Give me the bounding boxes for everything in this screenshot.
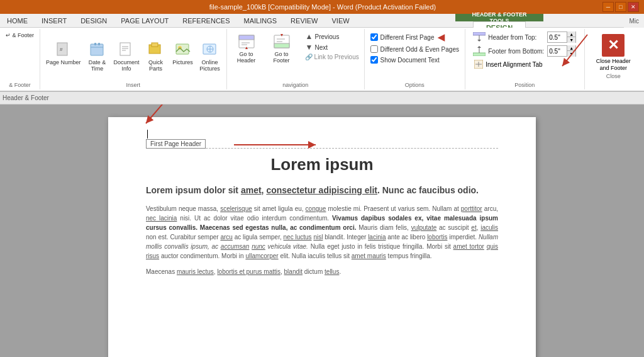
svg-rect-4	[94, 43, 96, 45]
tab-references[interactable]: REFERENCES	[175, 13, 236, 27]
ribbon-group-insert: # Page Number Date &Time DocumentInfo	[40, 29, 227, 89]
quick-parts-button[interactable]: QuickParts	[143, 38, 169, 74]
alignment-tab-icon	[474, 60, 483, 69]
ribbon-group-close: ✕ Close Headerand Footer Close	[585, 29, 642, 89]
ribbon-group-options: Different First Page ◀ Different Odd & E…	[365, 29, 465, 89]
title-bar-controls: ─ □ ✕	[602, 2, 639, 12]
mic-indicator: Mic	[624, 14, 644, 28]
date-time-icon	[87, 40, 108, 60]
tab-mailings[interactable]: MAILINGS	[237, 13, 284, 27]
document-title: Lorem ipsum	[146, 155, 498, 174]
position-controls: Header from Top: ▲ ▼ Footer from Bottom:	[473, 31, 576, 77]
ribbon-group-hf-left: ↵ & Footer & Footer	[0, 29, 40, 89]
goto-header-icon	[237, 33, 256, 52]
close-window-button[interactable]: ✕	[628, 2, 639, 12]
hf-tools-label: HEADER & FOOTER TOOLS	[455, 14, 543, 21]
group-label-close: Close	[606, 73, 621, 79]
close-header-footer-button[interactable]: ✕ Close Headerand Footer	[591, 31, 636, 74]
header-footer-left-btn[interactable]: ↵ & Footer	[4, 31, 36, 39]
cursor	[147, 130, 148, 139]
quick-parts-icon	[146, 40, 166, 60]
options-checkboxes: Different First Page ◀ Different Odd & E…	[369, 31, 460, 72]
tab-review[interactable]: REVIEW	[284, 13, 325, 27]
document-page: First Page Header Lorem ipsum Lorem ipsu…	[108, 117, 536, 357]
tab-page-layout[interactable]: PAGE LAYOUT	[114, 13, 175, 27]
svg-rect-24	[274, 43, 289, 48]
goto-footer-icon	[272, 33, 291, 52]
pictures-button[interactable]: Pictures	[170, 38, 196, 67]
header-from-top-input[interactable]	[548, 34, 567, 41]
document-subtitle: Lorem ipsum dolor sit amet, consectetur …	[146, 184, 498, 197]
svg-rect-31	[473, 53, 486, 56]
svg-rect-11	[152, 43, 158, 47]
svg-marker-30	[477, 40, 481, 42]
word-toolbar: Header & Footer	[0, 92, 644, 105]
different-first-page-option[interactable]: Different First Page ◀	[369, 31, 460, 43]
header-top-down[interactable]: ▼	[567, 37, 575, 43]
footer-bottom-down[interactable]: ▼	[567, 51, 575, 57]
group-label-options: Options	[365, 82, 465, 88]
svg-rect-5	[98, 43, 100, 45]
previous-button[interactable]: ▲ Previous	[304, 31, 360, 42]
online-pictures-button[interactable]: OnlinePictures	[197, 38, 223, 74]
toolbar-hf-label: Header & Footer	[3, 94, 49, 101]
title-bar-text: file-sample_100kB [Compatibility Mode] -…	[43, 3, 602, 11]
footer-from-bottom-spinner[interactable]: ▲ ▼	[547, 45, 576, 57]
nav-small-buttons: ▲ Previous ▼ Next 🔗 Link to Previous	[304, 31, 360, 61]
svg-rect-28	[473, 32, 486, 35]
goto-footer-button[interactable]: Go toFooter	[266, 31, 297, 65]
ribbon-tabs-row: HOME INSERT DESIGN PAGE LAYOUT REFERENCE…	[0, 14, 644, 28]
ribbon-group-position: Header from Top: ▲ ▼ Footer from Bottom:	[465, 29, 585, 89]
tab-insert[interactable]: INSERT	[35, 13, 74, 27]
footer-from-bottom-input[interactable]	[548, 48, 567, 55]
svg-rect-6	[120, 43, 130, 55]
group-label-insert: Insert	[40, 82, 226, 88]
document-area[interactable]: First Page Header Lorem ipsum Lorem ipsu…	[0, 105, 644, 357]
footer-from-bottom-icon	[473, 46, 486, 56]
previous-icon: ▲	[306, 32, 313, 41]
restore-button[interactable]: □	[615, 2, 626, 12]
goto-header-button[interactable]: Go toHeader	[231, 31, 262, 65]
link-to-previous-button[interactable]: 🔗 Link to Previous	[304, 53, 360, 61]
document-info-icon	[116, 40, 136, 60]
group-label-position: Position	[465, 82, 584, 88]
different-first-page-checkbox[interactable]	[370, 33, 378, 41]
svg-text:#: #	[60, 47, 63, 52]
header-label-arrow	[234, 139, 328, 151]
group-label-navigation: navigation	[227, 82, 364, 88]
link-icon: 🔗	[305, 54, 313, 60]
show-document-text-checkbox[interactable]	[370, 56, 378, 64]
tab-view[interactable]: VIEW	[325, 13, 357, 27]
different-odd-even-option[interactable]: Different Odd & Even Pages	[369, 45, 460, 54]
svg-rect-19	[239, 35, 254, 40]
tab-design[interactable]: DESIGN	[74, 13, 114, 27]
main-tabs: HOME INSERT DESIGN PAGE LAYOUT REFERENCE…	[0, 13, 357, 27]
svg-marker-33	[477, 46, 481, 48]
online-pictures-icon	[200, 40, 220, 60]
header-from-top-row: Header from Top: ▲ ▼	[473, 31, 576, 43]
date-time-button[interactable]: Date &Time	[85, 38, 110, 74]
first-page-header-label: First Page Header	[146, 139, 206, 149]
next-icon: ▼	[306, 43, 313, 52]
page-number-icon: #	[53, 40, 74, 60]
pictures-icon	[173, 40, 193, 60]
arrow-indicator-1: ◀	[438, 32, 445, 42]
show-document-text-option[interactable]: Show Document Text	[369, 55, 460, 64]
close-header-footer-icon: ✕	[602, 34, 625, 57]
ribbon: ↵ & Footer & Footer # Page Number Date &…	[0, 28, 644, 92]
page-number-button[interactable]: # Page Number	[44, 38, 83, 67]
header-from-top-spinner[interactable]: ▲ ▼	[547, 31, 576, 43]
different-odd-even-checkbox[interactable]	[370, 45, 378, 53]
header-top-up[interactable]: ▲	[567, 31, 575, 37]
document-body-2: Maecenas mauris lectus, lobortis et puru…	[146, 267, 498, 276]
footer-bottom-up[interactable]: ▲	[567, 45, 575, 51]
document-header[interactable]: First Page Header	[146, 130, 498, 149]
document-info-button[interactable]: DocumentInfo	[112, 38, 142, 74]
title-bar: file-sample_100kB [Compatibility Mode] -…	[0, 0, 644, 14]
tab-home[interactable]: HOME	[0, 13, 35, 27]
next-button[interactable]: ▼ Next	[304, 42, 360, 52]
document-body: Vestibulum neque massa, scelerisque sit …	[146, 204, 498, 261]
footer-from-bottom-row: Footer from Bottom: ▲ ▼	[473, 45, 576, 57]
insert-alignment-tab-button[interactable]: Insert Alignment Tab	[473, 59, 576, 69]
minimize-button[interactable]: ─	[602, 2, 614, 12]
